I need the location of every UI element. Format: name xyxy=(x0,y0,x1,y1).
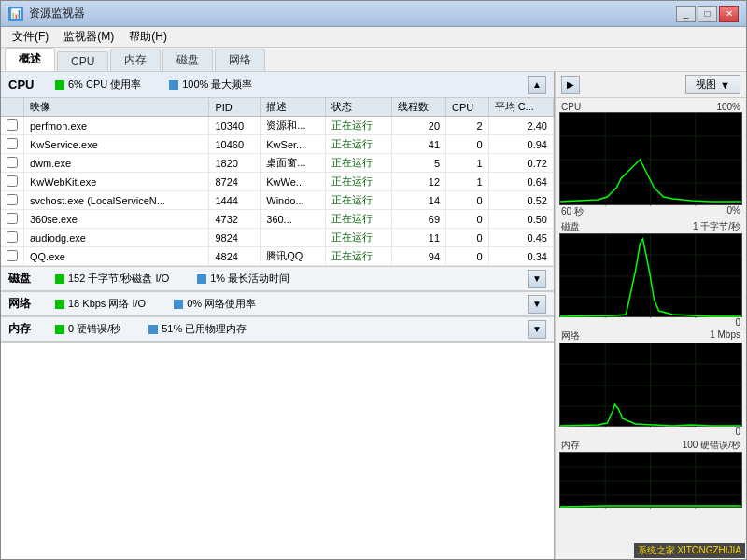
row-desc xyxy=(261,229,325,247)
cpu-table-container[interactable]: 映像 PID 描述 状态 线程数 CPU 平均 C... perfm xyxy=(1,98,554,266)
cpu-section-title: CPU xyxy=(8,77,46,91)
row-pid: 1820 xyxy=(209,154,261,173)
row-desc: 360... xyxy=(261,210,325,229)
row-status: 正在运行 xyxy=(325,173,392,191)
table-row[interactable]: KwService.exe 10460 KwSer... 正在运行 41 0 0… xyxy=(1,135,554,154)
row-check[interactable] xyxy=(1,173,24,191)
row-threads: 20 xyxy=(392,117,446,135)
maximize-button[interactable]: □ xyxy=(698,6,717,22)
row-status: 正在运行 xyxy=(325,229,392,247)
network-section: 网络 18 Kbps 网络 I/O 0% 网络使用率 ▼ xyxy=(1,292,554,317)
view-button[interactable]: 视图 ▼ xyxy=(685,75,740,94)
right-panel-header: ▶ 视图 ▼ xyxy=(556,72,746,98)
memory-chart-area: 内存 100 硬错误/秒 xyxy=(559,439,742,508)
row-check[interactable] xyxy=(1,210,24,229)
disk-expand-button[interactable]: ▼ xyxy=(528,270,546,288)
row-check[interactable] xyxy=(1,154,24,173)
right-expand-button[interactable]: ▶ xyxy=(561,76,580,94)
table-row[interactable]: dwm.exe 1820 桌面窗... 正在运行 5 1 0.72 xyxy=(1,154,554,173)
minimize-button[interactable]: _ xyxy=(676,6,696,22)
table-row[interactable]: perfmon.exe 10340 资源和... 正在运行 20 2 2.40 xyxy=(1,117,554,135)
table-row[interactable]: QQ.exe 4824 腾讯QQ 正在运行 94 0 0.34 xyxy=(1,247,554,266)
memory-stat1: 0 硬错误/秒 xyxy=(55,322,120,336)
row-threads: 12 xyxy=(392,173,446,191)
title-bar: 📊 资源监视器 _ □ ✕ xyxy=(1,1,746,27)
row-desc: Windo... xyxy=(261,191,325,210)
network-chart-area: 网络 1 Mbps xyxy=(559,329,742,437)
left-panel: CPU 6% CPU 使用率 100% 最大频率 ▲ xyxy=(1,72,555,559)
memory-stat2-text: 51% 已用物理内存 xyxy=(162,322,247,336)
cpu-expand-button[interactable]: ▲ xyxy=(528,76,546,94)
row-image: KwWebKit.exe xyxy=(24,173,209,191)
table-row[interactable]: svchost.exe (LocalServiceN... 1444 Windo… xyxy=(1,191,554,210)
memory-expand-button[interactable]: ▼ xyxy=(528,320,546,339)
row-cpu: 0 xyxy=(446,135,489,154)
col-threads[interactable]: 线程数 xyxy=(392,98,446,117)
row-pid: 8724 xyxy=(209,173,261,191)
menu-file[interactable]: 文件(F) xyxy=(5,27,56,47)
row-threads: 94 xyxy=(392,247,446,266)
row-desc: 资源和... xyxy=(261,117,325,135)
row-pid: 4824 xyxy=(209,247,261,266)
row-check[interactable] xyxy=(1,247,24,266)
tab-memory[interactable]: 内存 xyxy=(110,49,161,71)
col-cpu[interactable]: CPU xyxy=(446,98,489,117)
disk-section: 磁盘 152 千字节/秒磁盘 I/O 1% 最长活动时间 ▼ xyxy=(1,267,554,292)
network-stats: 18 Kbps 网络 I/O 0% 网络使用率 xyxy=(46,297,528,311)
row-image: audiodg.exe xyxy=(24,229,209,247)
table-row[interactable]: audiodg.exe 9824 正在运行 11 0 0.45 xyxy=(1,229,554,247)
col-avg[interactable]: 平均 C... xyxy=(488,98,553,117)
row-threads: 41 xyxy=(392,135,446,154)
row-image: perfmon.exe xyxy=(24,117,209,135)
disk-stat2-dot xyxy=(197,274,206,284)
row-desc: KwWe... xyxy=(261,173,325,191)
row-threads: 69 xyxy=(392,210,446,229)
memory-chart xyxy=(559,452,742,508)
disk-chart-title: 磁盘 xyxy=(561,220,580,233)
row-threads: 5 xyxy=(392,154,446,173)
app-icon: 📊 xyxy=(8,7,23,21)
row-avg: 2.40 xyxy=(488,117,553,135)
disk-stat1-text: 152 千字节/秒磁盘 I/O xyxy=(68,272,169,286)
memory-section-header: 内存 0 硬错误/秒 51% 已用物理内存 ▼ xyxy=(1,317,554,342)
close-button[interactable]: ✕ xyxy=(719,6,739,22)
disk-chart-svg xyxy=(560,234,741,318)
row-check[interactable] xyxy=(1,191,24,210)
col-check[interactable] xyxy=(1,98,24,117)
cpu-chart-max: 100% xyxy=(716,102,740,112)
row-image: dwm.exe xyxy=(24,154,209,173)
cpu-stat1-text: 6% CPU 使用率 xyxy=(68,77,141,91)
window-title: 资源监视器 xyxy=(29,6,676,21)
row-threads: 11 xyxy=(392,229,446,247)
col-desc[interactable]: 描述 xyxy=(261,98,325,117)
network-stat1-text: 18 Kbps 网络 I/O xyxy=(68,297,146,311)
network-title: 网络 xyxy=(8,296,46,312)
col-status[interactable]: 状态 xyxy=(325,98,392,117)
row-cpu: 2 xyxy=(446,117,489,135)
tab-network[interactable]: 网络 xyxy=(215,49,265,71)
table-row[interactable]: KwWebKit.exe 8724 KwWe... 正在运行 12 1 0.64 xyxy=(1,173,554,191)
row-check[interactable] xyxy=(1,135,24,154)
row-check[interactable] xyxy=(1,229,24,247)
table-row[interactable]: 360se.exe 4732 360... 正在运行 69 0 0.50 xyxy=(1,210,554,229)
col-image[interactable]: 映像 xyxy=(24,98,209,117)
col-pid[interactable]: PID xyxy=(209,98,261,117)
network-chart-svg xyxy=(560,343,741,427)
network-chart xyxy=(559,343,742,427)
network-expand-button[interactable]: ▼ xyxy=(528,295,546,314)
menu-monitor[interactable]: 监视器(M) xyxy=(56,27,121,47)
memory-stat2: 51% 已用物理内存 xyxy=(148,322,247,336)
disk-chart-area: 磁盘 1 千字节/秒 xyxy=(559,220,742,328)
tab-disk[interactable]: 磁盘 xyxy=(162,49,213,71)
memory-stat1-dot xyxy=(55,325,64,334)
cpu-chart-bottom: 60 秒 0% xyxy=(559,205,742,218)
row-check[interactable] xyxy=(1,117,24,135)
tab-cpu[interactable]: CPU xyxy=(57,51,108,71)
row-desc: 腾讯QQ xyxy=(261,247,325,266)
cpu-stat2: 100% 最大频率 xyxy=(169,77,252,91)
menu-help[interactable]: 帮助(H) xyxy=(121,27,175,47)
view-dropdown-icon: ▼ xyxy=(720,79,730,91)
tab-overview[interactable]: 概述 xyxy=(5,48,55,71)
row-avg: 0.94 xyxy=(488,135,553,154)
network-section-header: 网络 18 Kbps 网络 I/O 0% 网络使用率 ▼ xyxy=(1,292,554,316)
